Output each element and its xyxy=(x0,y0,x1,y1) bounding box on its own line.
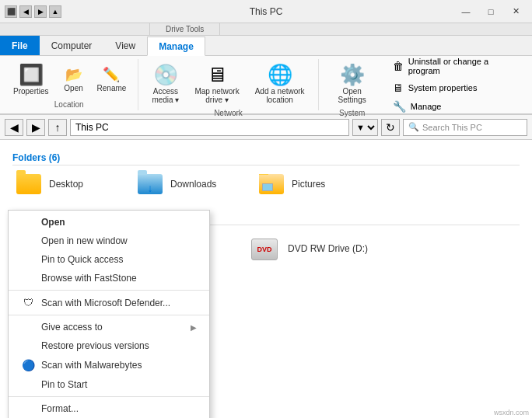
drive-dvd-icon: DVD xyxy=(249,235,280,263)
tab-file-label: File xyxy=(12,40,28,51)
refresh-button[interactable]: ↻ xyxy=(381,119,400,136)
ctx-open[interactable]: Open xyxy=(9,213,209,232)
up-icon[interactable]: ▲ xyxy=(49,5,61,18)
ribbon-group-network-items: 💿 Accessmedia ▾ 🖥 Map networkdrive ▾ 🌐 A… xyxy=(145,59,311,107)
folder-items: Desktop ↓ Downloads Pictures xyxy=(12,170,520,198)
forward-nav-button[interactable]: ▶ xyxy=(26,119,45,136)
ribbon-group-location: 🔲 Properties 📂 Open ✏️ Rename Location xyxy=(0,59,138,110)
desktop-folder-icon xyxy=(15,172,43,196)
back-nav-button[interactable]: ◀ xyxy=(5,119,23,136)
title-bar: ⬛ ◀ ▶ ▲ This PC — □ ✕ xyxy=(0,0,532,23)
tab-computer-label: Computer xyxy=(51,40,93,51)
add-network-button[interactable]: 🌐 Add a networklocation xyxy=(248,59,312,107)
tab-manage-label: Manage xyxy=(159,41,194,52)
system-group-btns: 🗑 Uninstall or change a program 🖥 System… xyxy=(380,59,526,110)
address-input[interactable] xyxy=(70,119,349,136)
ctx-browse-faststone[interactable]: Browse with FastStone xyxy=(9,269,209,287)
add-network-icon: 🌐 xyxy=(268,62,292,87)
ctx-scan-malwarebytes[interactable]: 🔵 Scan with Malwarebytes xyxy=(9,355,209,375)
title-bar-left: ⬛ ◀ ▶ ▲ xyxy=(5,5,66,18)
ctx-give-access[interactable]: Give access to ▶ xyxy=(9,318,209,336)
map-network-label: Map networkdrive ▾ xyxy=(194,87,239,104)
sys-props-icon: 🖥 xyxy=(393,82,404,94)
ctx-format[interactable]: Format... xyxy=(9,399,209,418)
drive-dvd[interactable]: DVD DVD RW Drive (D:) xyxy=(246,230,464,269)
up-nav-button[interactable]: ↑ xyxy=(48,119,67,136)
rename-ribbon-button[interactable]: ✏️ Rename xyxy=(92,62,132,96)
access-media-label: Accessmedia ▾ xyxy=(152,87,179,104)
maximize-button[interactable]: □ xyxy=(479,4,502,19)
downloads-arrow-icon: ↓ xyxy=(148,182,153,194)
address-dropdown[interactable]: ▼ xyxy=(352,119,378,136)
rename-icon: ✏️ xyxy=(102,65,121,84)
tab-computer[interactable]: Computer xyxy=(40,36,104,55)
ribbon-tabs: File Computer View Manage xyxy=(0,36,532,56)
ctx-pin-start-label: Pin to Start xyxy=(41,379,197,390)
manage-label: Manage xyxy=(411,102,442,111)
ctx-pin-quick-label: Pin to Quick access xyxy=(41,254,197,265)
downloads-folder-icon: ↓ xyxy=(136,172,164,196)
context-menu: Open Open in new window Pin to Quick acc… xyxy=(8,210,210,418)
drive-tools-header: Drive Tools xyxy=(0,23,532,36)
ctx-format-label: Format... xyxy=(41,403,197,414)
ctx-divider-1 xyxy=(9,290,209,291)
pictures-icon-shape xyxy=(259,174,284,194)
ribbon-group-location-items: 🔲 Properties 📂 Open ✏️ Rename xyxy=(6,59,131,99)
watermark: wsxdn.com xyxy=(494,409,529,416)
ctx-restore-prev[interactable]: Restore previous versions xyxy=(9,336,209,355)
sys-props-button[interactable]: 🖥 System properties xyxy=(387,79,518,96)
properties-button[interactable]: 🔲 Properties xyxy=(6,59,56,99)
ribbon-group-system: ⚙️ OpenSettings System 🗑 Uninstall or ch… xyxy=(319,59,532,110)
ctx-pin-quick[interactable]: Pin to Quick access xyxy=(9,250,209,269)
ctx-malware-icon: 🔵 xyxy=(21,359,35,371)
ctx-defender-label: Scan with Microsoft Defender... xyxy=(41,298,197,308)
manage-button[interactable]: 🔧 Manage xyxy=(387,98,518,115)
back-icon[interactable]: ◀ xyxy=(19,5,32,18)
open-settings-button[interactable]: ⚙️ OpenSettings xyxy=(331,59,373,107)
uninstall-icon: 🗑 xyxy=(393,60,404,72)
minimize-button[interactable]: — xyxy=(454,4,478,19)
ctx-faststone-label: Browse with FastStone xyxy=(41,273,197,284)
tab-file[interactable]: File xyxy=(0,36,40,55)
uninstall-button[interactable]: 🗑 Uninstall or change a program xyxy=(387,54,518,78)
main-area: Folders (6) Desktop ↓ Downloads xyxy=(0,140,532,418)
open-button[interactable]: 📂 Open xyxy=(58,62,90,96)
dvd-shape: DVD xyxy=(251,239,278,260)
search-icon: 🔍 xyxy=(408,122,419,132)
system-group-label: System xyxy=(339,107,365,119)
folder-desktop[interactable]: Desktop xyxy=(12,170,121,198)
close-button[interactable]: ✕ xyxy=(504,4,527,19)
map-network-icon: 🖥 xyxy=(205,62,229,87)
ctx-restore-label: Restore previous versions xyxy=(41,340,197,351)
properties-label: Properties xyxy=(13,87,49,96)
ctx-divider-2 xyxy=(9,315,209,315)
drive-tools-label: Drive Tools xyxy=(149,23,220,35)
sys-props-label: System properties xyxy=(408,83,478,92)
map-network-button[interactable]: 🖥 Map networkdrive ▾ xyxy=(187,59,246,107)
location-group-label: Location xyxy=(54,99,84,110)
window-title: This PC xyxy=(250,6,283,17)
ctx-pin-start[interactable]: Pin to Start xyxy=(9,375,209,394)
properties-icon: 🔲 xyxy=(19,62,44,87)
ctx-scan-defender[interactable]: 🛡 Scan with Microsoft Defender... xyxy=(9,293,209,312)
desktop-icon-shape xyxy=(16,174,41,194)
title-bar-icons: ⬛ ◀ ▶ ▲ xyxy=(5,5,61,18)
access-media-button[interactable]: 💿 Accessmedia ▾ xyxy=(145,59,186,107)
open-settings-label: OpenSettings xyxy=(338,87,366,104)
pictures-folder-label: Pictures xyxy=(292,179,325,190)
open-settings-icon: ⚙️ xyxy=(340,62,365,87)
ctx-defender-icon: 🛡 xyxy=(21,297,35,308)
folder-pictures[interactable]: Pictures xyxy=(255,170,364,198)
tab-view[interactable]: View xyxy=(103,36,147,55)
folder-downloads[interactable]: ↓ Downloads xyxy=(134,170,243,198)
quick-access-icon[interactable]: ⬛ xyxy=(5,5,17,18)
tab-manage[interactable]: Manage xyxy=(147,37,205,56)
open-label: Open xyxy=(64,84,82,93)
network-group-label: Network xyxy=(214,107,243,119)
add-network-label: Add a networklocation xyxy=(255,87,305,104)
forward-icon[interactable]: ▶ xyxy=(34,5,47,18)
ctx-open-new-window[interactable]: Open in new window xyxy=(9,232,209,250)
address-bar: ◀ ▶ ↑ ▼ ↻ 🔍 Search This PC xyxy=(0,115,532,140)
downloads-folder-label: Downloads xyxy=(170,179,216,190)
drive-dvd-name: DVD RW Drive (D:) xyxy=(288,243,460,254)
